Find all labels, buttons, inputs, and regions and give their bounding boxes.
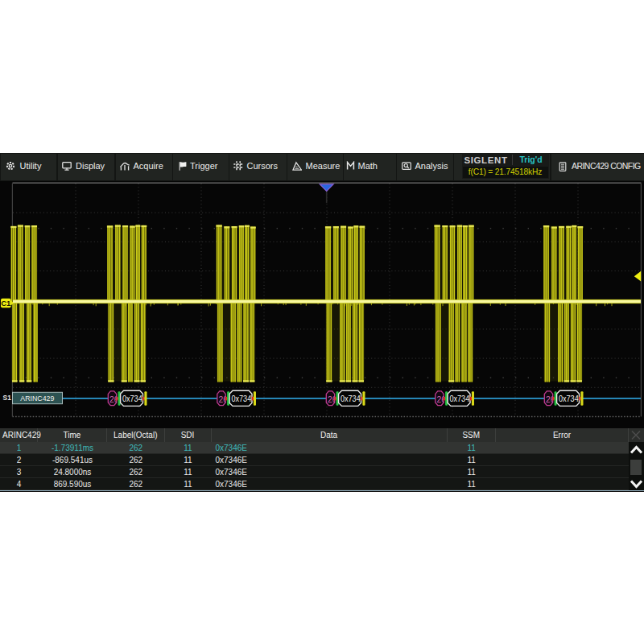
svg-text:ARINC429: ARINC429 xyxy=(20,394,54,402)
svg-text:S1: S1 xyxy=(3,394,12,402)
svg-text:C1: C1 xyxy=(1,299,11,308)
